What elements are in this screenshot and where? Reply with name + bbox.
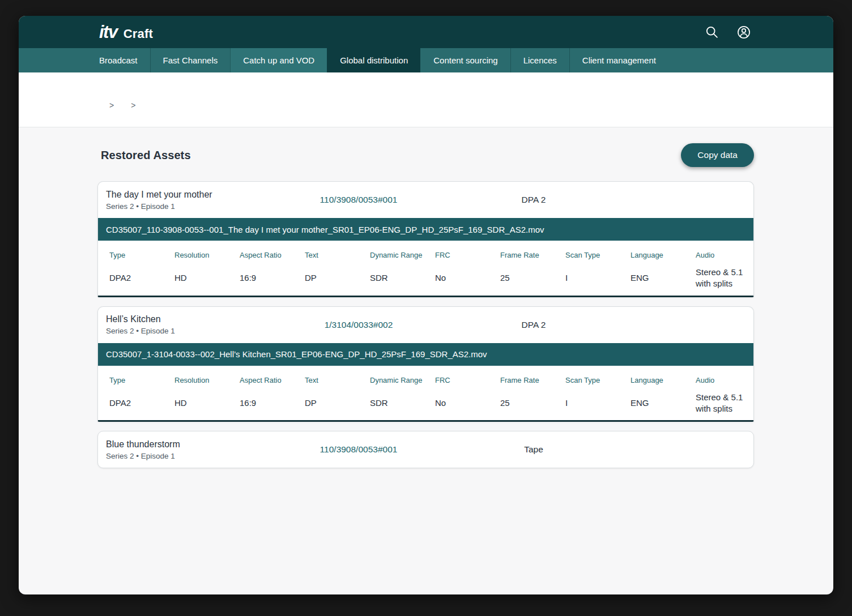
- detail-value-cell: Stereo & 5.1 with splits: [696, 392, 746, 415]
- detail-header-row: TypeResolutionAspect RatioTextDynamic Ra…: [109, 376, 746, 384]
- detail-value-row: DPA2HD16:9DPSDRNo25IENGStereo & 5.1 with…: [109, 392, 746, 415]
- nav-tab-label: Licences: [523, 55, 557, 65]
- detail-header-cell: Scan Type: [565, 251, 631, 259]
- itv-logo: itv: [99, 23, 117, 41]
- asset-filename: CD35007_110-3908-0053--001_The day I met…: [106, 225, 544, 234]
- detail-header-cell: Dynamic Range: [370, 376, 435, 384]
- asset-card-header: Hell’s Kitchen Series 2 • Episode 1 1/31…: [98, 307, 753, 343]
- detail-value-cell: HD: [174, 272, 240, 284]
- detail-header-cell: Frame Rate: [500, 251, 565, 259]
- detail-header-cell: Text: [305, 376, 370, 384]
- asset-card: Hell’s Kitchen Series 2 • Episode 1 1/31…: [97, 306, 754, 422]
- nav-tab[interactable]: Global distribution: [327, 48, 420, 72]
- nav-tab[interactable]: Licences: [510, 48, 569, 72]
- asset-detail-table: TypeResolutionAspect RatioTextDynamic Ra…: [98, 366, 753, 421]
- detail-value-cell: 16:9: [240, 397, 305, 409]
- asset-card: The day I met your mother Series 2 • Epi…: [97, 181, 754, 297]
- page-head: Restored Assets Copy data: [97, 143, 754, 167]
- detail-header-cell: Audio: [696, 251, 746, 259]
- detail-value-cell: HD: [174, 397, 240, 409]
- detail-value-cell: DPA2: [109, 272, 174, 284]
- nav-tab-label: Catch up and VOD: [243, 55, 314, 65]
- account-icon[interactable]: [736, 24, 752, 40]
- asset-format: DPA 2: [522, 320, 546, 330]
- detail-value-cell: No: [435, 272, 500, 284]
- main-content: Restored Assets Copy data The day I met …: [19, 143, 833, 468]
- detail-value-row: DPA2HD16:9DPSDRNo25IENGStereo & 5.1 with…: [109, 267, 746, 290]
- detail-value-cell: SDR: [370, 272, 435, 284]
- detail-value-cell: SDR: [370, 397, 435, 409]
- nav-tab-label: Broadcast: [99, 55, 138, 65]
- asset-format: DPA 2: [522, 195, 546, 205]
- nav-tab-label: Global distribution: [340, 55, 408, 65]
- asset-title: Hell’s Kitchen: [106, 314, 268, 324]
- detail-header-cell: Resolution: [174, 376, 240, 384]
- asset-title-block: Hell’s Kitchen Series 2 • Episode 1: [106, 314, 268, 335]
- asset-subtitle: Series 2 • Episode 1: [106, 452, 268, 460]
- product-name: Craft: [123, 27, 153, 41]
- detail-header-cell: Aspect Ratio: [240, 251, 305, 259]
- detail-value-cell: DPA2: [109, 397, 174, 409]
- asset-reference-link[interactable]: 1/3104/0033#002: [325, 320, 393, 330]
- header-icons: [704, 24, 752, 40]
- detail-value-cell: 25: [500, 272, 565, 284]
- detail-header-cell: Dynamic Range: [370, 251, 435, 259]
- detail-value-cell: I: [565, 397, 631, 409]
- asset-format: Tape: [524, 444, 543, 455]
- asset-card-header: The day I met your mother Series 2 • Epi…: [98, 182, 753, 218]
- detail-value-cell: No: [435, 397, 500, 409]
- breadcrumb-band: >>: [19, 72, 833, 127]
- chevron-right-icon: >: [131, 101, 135, 110]
- detail-value-cell: ENG: [631, 397, 696, 409]
- detail-header-cell: Audio: [696, 376, 746, 384]
- detail-value-cell: DP: [305, 272, 370, 284]
- asset-reference-link[interactable]: 110/3908/0053#001: [320, 444, 398, 455]
- asset-title: The day I met your mother: [106, 190, 268, 200]
- detail-header-cell: Language: [631, 376, 696, 384]
- detail-header-cell: Type: [109, 251, 174, 259]
- detail-header-cell: Resolution: [174, 251, 240, 259]
- nav-tab-label: Content sourcing: [433, 55, 497, 65]
- primary-nav: Broadcast Fast Channels Catch up and VOD…: [19, 48, 833, 72]
- detail-value-cell: 16:9: [240, 272, 305, 284]
- detail-header-cell: Frame Rate: [500, 376, 565, 384]
- detail-header-cell: Language: [631, 251, 696, 259]
- asset-title-block: The day I met your mother Series 2 • Epi…: [106, 190, 268, 211]
- asset-filename-bar: CD35007_110-3908-0053--001_The day I met…: [98, 218, 753, 241]
- detail-value-cell: ENG: [631, 272, 696, 284]
- asset-card-header: Blue thunderstorm Series 2 • Episode 1 1…: [98, 431, 753, 468]
- asset-filename: CD35007_1-3104-0033--002_Hell’s Kitchen_…: [106, 349, 487, 359]
- asset-title: Blue thunderstorm: [106, 439, 268, 450]
- brand-logo: itv Craft: [99, 23, 153, 41]
- asset-title-block: Blue thunderstorm Series 2 • Episode 1: [106, 439, 268, 460]
- nav-tab-label: Client management: [582, 55, 656, 65]
- asset-reference-link[interactable]: 110/3908/0053#001: [320, 195, 398, 205]
- asset-detail-table: TypeResolutionAspect RatioTextDynamic Ra…: [98, 241, 753, 296]
- chevron-right-icon: >: [109, 101, 114, 110]
- search-icon[interactable]: [704, 24, 719, 40]
- nav-tab[interactable]: Broadcast: [87, 48, 150, 72]
- asset-card: Blue thunderstorm Series 2 • Episode 1 1…: [97, 431, 754, 468]
- copy-data-button[interactable]: Copy data: [681, 143, 754, 167]
- asset-subtitle: Series 2 • Episode 1: [106, 202, 268, 211]
- nav-tab[interactable]: Content sourcing: [420, 48, 510, 72]
- detail-header-cell: Text: [305, 251, 370, 259]
- nav-tab[interactable]: Fast Channels: [150, 48, 231, 72]
- detail-header-cell: FRC: [435, 251, 500, 259]
- detail-value-cell: DP: [305, 397, 370, 409]
- app-window: itv Craft Broadcast Fast Channels: [19, 16, 833, 594]
- nav-tab-label: Fast Channels: [163, 55, 218, 65]
- detail-value-cell: I: [565, 272, 631, 284]
- asset-subtitle: Series 2 • Episode 1: [106, 327, 268, 335]
- nav-tab[interactable]: Client management: [569, 48, 668, 72]
- nav-tab[interactable]: Catch up and VOD: [230, 48, 327, 72]
- asset-list: The day I met your mother Series 2 • Epi…: [97, 181, 754, 468]
- detail-header-cell: Type: [109, 376, 174, 384]
- detail-header-row: TypeResolutionAspect RatioTextDynamic Ra…: [109, 251, 746, 259]
- breadcrumb: >>: [101, 101, 144, 110]
- detail-value-cell: Stereo & 5.1 with splits: [696, 267, 746, 290]
- asset-filename-bar: CD35007_1-3104-0033--002_Hell’s Kitchen_…: [98, 343, 753, 366]
- detail-header-cell: FRC: [435, 376, 500, 384]
- detail-value-cell: 25: [500, 397, 565, 409]
- app-header: itv Craft: [19, 16, 833, 48]
